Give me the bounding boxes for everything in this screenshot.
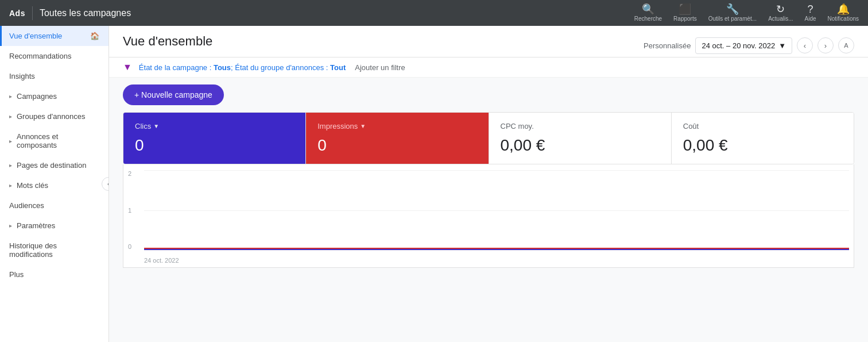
rapports-label: Rapports bbox=[673, 16, 697, 22]
outils-icon: 🔧 bbox=[726, 4, 739, 14]
notifications-action[interactable]: 🔔 Notifications bbox=[828, 4, 859, 22]
filter-tout-value: Tout bbox=[330, 63, 346, 72]
date-range-value: 24 oct. – 20 nov. 2022 bbox=[702, 41, 775, 50]
campagnes-label: Campagnes bbox=[17, 92, 57, 101]
date-range-label: Personnalisée bbox=[644, 41, 691, 50]
recommandations-label: Recommandations bbox=[9, 52, 71, 60]
search-action[interactable]: 🔍 Recherche bbox=[634, 4, 662, 22]
cpc-value: 0,00 € bbox=[501, 136, 660, 155]
cout-value: 0,00 € bbox=[683, 136, 842, 155]
chart-x-label: 24 oct. 2022 bbox=[144, 257, 179, 264]
sidebar-item-annonces-composants[interactable]: Annonces et composants bbox=[0, 126, 108, 155]
sidebar-item-pages-destination[interactable]: Pages de destination bbox=[0, 155, 108, 175]
topbar-title: Toutes les campagnes bbox=[40, 8, 131, 18]
filter-sep: ; État du groupe d'annonces : bbox=[231, 63, 330, 72]
chart-y-label-0: 0 bbox=[128, 243, 131, 250]
rapports-action[interactable]: ⬛ Rapports bbox=[673, 4, 697, 22]
mots-cles-label: Mots clés bbox=[17, 181, 48, 190]
home-icon: 🏠 bbox=[90, 32, 99, 40]
impressions-value: 0 bbox=[317, 136, 476, 155]
date-range-selector[interactable]: 24 oct. – 20 nov. 2022 ▼ bbox=[695, 37, 792, 54]
app-logo: Ads bbox=[9, 9, 25, 18]
content-header: Vue d'ensemble Personnalisée 24 oct. – 2… bbox=[109, 26, 868, 57]
impressions-label: Impressions ▼ bbox=[317, 122, 476, 130]
filter-campaign-state: État de la campagne : Tous; État du grou… bbox=[139, 63, 346, 72]
sidebar-item-audiences[interactable]: Audiences bbox=[0, 195, 108, 216]
pages-destination-label: Pages de destination bbox=[17, 161, 86, 170]
sidebar-item-recommandations[interactable]: Recommandations bbox=[0, 46, 108, 66]
sidebar-item-groupes-annonces[interactable]: Groupes d'annonces bbox=[0, 106, 108, 126]
metric-card-impressions: Impressions ▼ 0 bbox=[306, 113, 489, 164]
search-icon: 🔍 bbox=[642, 4, 654, 14]
aide-label: Aide bbox=[805, 16, 816, 22]
outils-label: Outils et paramèt... bbox=[708, 16, 757, 22]
historique-modifications-label: Historique des modifications bbox=[9, 241, 99, 259]
chart-y-label-2: 2 bbox=[128, 170, 131, 177]
clics-dropdown-icon[interactable]: ▼ bbox=[153, 123, 159, 129]
topbar-actions: 🔍 Recherche ⬛ Rapports 🔧 Outils et param… bbox=[634, 4, 859, 22]
actualiser-label: Actualis... bbox=[768, 16, 793, 22]
topbar-divider bbox=[32, 6, 33, 20]
audiences-label: Audiences bbox=[9, 201, 44, 210]
clics-label: Clics ▼ bbox=[135, 122, 294, 130]
metrics-section: Clics ▼ 0 Impressions ▼ 0 CPC moy. bbox=[109, 112, 868, 164]
sidebar-item-plus[interactable]: Plus bbox=[0, 264, 108, 285]
rapports-icon: ⬛ bbox=[679, 4, 691, 14]
date-user-button[interactable]: A bbox=[838, 37, 854, 53]
clics-value: 0 bbox=[135, 136, 294, 155]
filter-icon: ▼ bbox=[123, 62, 132, 72]
impressions-dropdown-icon[interactable]: ▼ bbox=[360, 123, 366, 129]
metric-card-cpc: CPC moy. 0,00 € bbox=[489, 113, 672, 164]
topbar: Ads Toutes les campagnes 🔍 Recherche ⬛ R… bbox=[0, 0, 868, 26]
chart-area: 2 1 0 24 oct. 2022 bbox=[123, 164, 854, 268]
metric-card-cout: Coût 0,00 € bbox=[672, 113, 854, 164]
sidebar-item-historique-modifications[interactable]: Historique des modifications bbox=[0, 236, 108, 264]
sidebar-item-parametres[interactable]: Paramètres bbox=[0, 216, 108, 236]
outils-action[interactable]: 🔧 Outils et paramèt... bbox=[708, 4, 757, 22]
date-next-button[interactable]: › bbox=[817, 37, 834, 53]
sidebar-item-campagnes[interactable]: Campagnes bbox=[0, 86, 108, 106]
annonces-composants-label: Annonces et composants bbox=[17, 132, 99, 149]
actualiser-action[interactable]: ↻ Actualis... bbox=[768, 4, 793, 22]
sidebar-item-insights[interactable]: Insights bbox=[0, 66, 108, 86]
metric-card-clics: Clics ▼ 0 bbox=[123, 113, 306, 164]
chevron-down-icon: ▼ bbox=[778, 41, 786, 50]
main-layout: Vue d'ensemble 🏠 Recommandations Insight… bbox=[0, 26, 868, 342]
aide-icon: ? bbox=[808, 4, 813, 14]
filter-tous-value: Tous bbox=[214, 63, 231, 72]
chart-y-labels: 2 1 0 bbox=[128, 170, 131, 250]
chart-grid-line-mid bbox=[144, 210, 849, 211]
cpc-label: CPC moy. bbox=[501, 122, 660, 130]
chart-y-label-1: 1 bbox=[128, 207, 131, 214]
chart-grid-line-bottom bbox=[144, 250, 849, 251]
sidebar-item-mots-cles[interactable]: Mots clés bbox=[0, 175, 108, 195]
add-filter-button[interactable]: Ajouter un filtre bbox=[355, 63, 405, 72]
sidebar-item-vue-ensemble[interactable]: Vue d'ensemble 🏠 bbox=[0, 26, 108, 46]
vue-ensemble-label: Vue d'ensemble bbox=[9, 32, 62, 40]
notifications-icon: 🔔 bbox=[837, 4, 850, 14]
chart-grid bbox=[144, 170, 849, 250]
date-prev-button[interactable]: ‹ bbox=[797, 37, 813, 53]
date-range-container: Personnalisée 24 oct. – 20 nov. 2022 ▼ ‹… bbox=[644, 37, 854, 54]
plus-label: Plus bbox=[9, 270, 24, 279]
parametres-label: Paramètres bbox=[17, 221, 55, 230]
groupes-annonces-label: Groupes d'annonces bbox=[17, 112, 86, 121]
cout-label: Coût bbox=[683, 122, 842, 130]
content-area: Vue d'ensemble Personnalisée 24 oct. – 2… bbox=[109, 26, 868, 342]
action-bar: + Nouvelle campagne bbox=[109, 78, 868, 112]
metrics-row: Clics ▼ 0 Impressions ▼ 0 CPC moy. bbox=[123, 112, 854, 164]
insights-label: Insights bbox=[9, 72, 35, 80]
filter-bar: ▼ État de la campagne : Tous; État du gr… bbox=[109, 57, 868, 78]
chart-grid-line-top bbox=[144, 170, 849, 171]
sidebar: Vue d'ensemble 🏠 Recommandations Insight… bbox=[0, 26, 109, 342]
filter-campaign-label: État de la campagne : bbox=[139, 63, 214, 72]
new-campaign-button[interactable]: + Nouvelle campagne bbox=[123, 84, 224, 105]
page-title: Vue d'ensemble bbox=[123, 34, 212, 57]
chart-line-clics bbox=[144, 249, 849, 250]
search-label: Recherche bbox=[634, 16, 662, 22]
actualiser-icon: ↻ bbox=[776, 4, 785, 14]
aide-action[interactable]: ? Aide bbox=[805, 4, 816, 22]
notifications-label: Notifications bbox=[828, 16, 859, 22]
